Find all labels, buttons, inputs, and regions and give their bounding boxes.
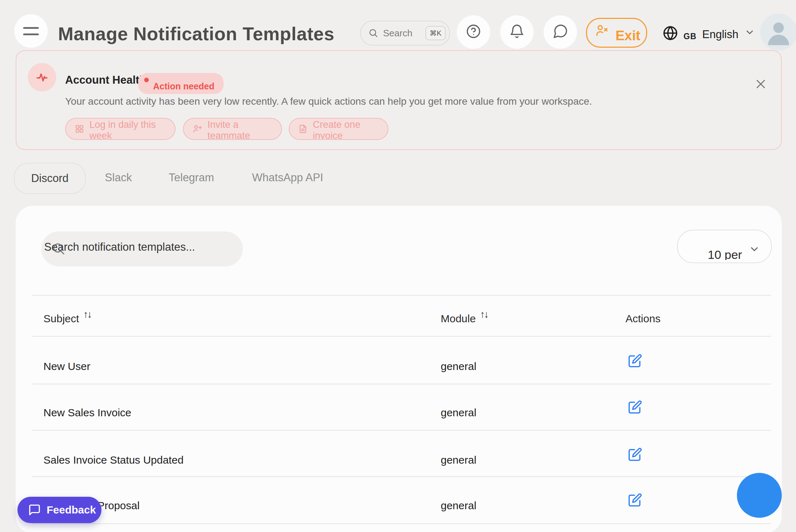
sort-icon[interactable]: ↑↓ xyxy=(480,306,488,323)
keyboard-shortcut-badge: ⌘K xyxy=(425,26,446,40)
divider xyxy=(32,295,771,296)
hamburger-icon xyxy=(23,27,39,29)
tab-discord[interactable]: Discord xyxy=(14,163,86,194)
template-search-placeholder: Search notification templates... xyxy=(44,241,195,254)
row-subject: New User xyxy=(43,358,90,375)
divider xyxy=(32,430,771,431)
divider xyxy=(32,523,771,524)
invite-teammate-button[interactable]: Invite a teammate xyxy=(183,118,282,140)
help-button[interactable] xyxy=(457,15,490,49)
help-icon xyxy=(465,23,482,41)
globe-icon xyxy=(662,25,679,43)
search-icon xyxy=(368,28,379,38)
edit-template-button[interactable] xyxy=(627,399,643,415)
chevron-down-icon xyxy=(748,242,761,257)
tab-telegram[interactable]: Telegram xyxy=(166,163,217,193)
language-region: GB xyxy=(684,32,697,41)
language-switcher[interactable]: GB English xyxy=(662,21,748,46)
create-invoice-button[interactable]: Create one invoice xyxy=(289,118,388,140)
log-in-daily-button[interactable]: Log in daily this week xyxy=(65,118,176,140)
banner-close-button[interactable] xyxy=(753,76,769,92)
edit-template-button[interactable] xyxy=(627,492,643,508)
per-page-select[interactable]: 10 per page xyxy=(677,230,772,263)
feedback-chat-icon xyxy=(28,504,41,516)
close-icon xyxy=(754,77,768,91)
hamburger-menu-button[interactable] xyxy=(14,14,48,48)
chat-bubble-icon xyxy=(552,23,569,41)
edit-icon xyxy=(628,447,642,461)
exit-button[interactable]: Exit xyxy=(586,18,647,48)
bell-icon xyxy=(509,23,525,41)
chat-widget-button[interactable] xyxy=(737,473,782,518)
divider xyxy=(32,476,771,477)
app-root: Manage Notification Templates Search ⌘K … xyxy=(0,0,796,532)
global-search-placeholder: Search xyxy=(383,28,425,39)
invoice-document-icon xyxy=(298,123,308,135)
banner-description: Your account activity has been very low … xyxy=(65,96,592,107)
per-page-value: 10 per page xyxy=(708,247,754,260)
row-module: general xyxy=(441,358,476,375)
grid-icon xyxy=(74,123,84,135)
row-module: general xyxy=(441,452,476,468)
chevron-down-icon xyxy=(743,26,756,38)
tab-whatsapp-api[interactable]: WhatsApp API xyxy=(249,163,326,193)
user-x-icon xyxy=(595,24,609,38)
feedback-button[interactable]: Feedback xyxy=(17,497,101,523)
action-needed-badge: Action needed xyxy=(138,73,224,94)
divider xyxy=(32,336,771,337)
notifications-button[interactable] xyxy=(500,15,534,49)
edit-template-button[interactable] xyxy=(627,447,643,462)
column-header-subject: Subject ↑↓ xyxy=(43,311,91,327)
templates-card: Search notification templates... 10 per … xyxy=(16,206,782,532)
sort-icon[interactable]: ↑↓ xyxy=(83,306,91,323)
row-subject: Sales Invoice Status Updated xyxy=(43,452,184,468)
global-search-input[interactable]: Search ⌘K xyxy=(360,21,450,46)
row-module: general xyxy=(441,405,476,421)
edit-icon xyxy=(628,400,642,414)
edit-template-button[interactable] xyxy=(627,353,643,369)
messages-button[interactable] xyxy=(544,15,577,49)
exit-label: Exit xyxy=(616,28,640,43)
hamburger-icon xyxy=(23,33,39,35)
row-module: general xyxy=(441,497,476,514)
edit-icon xyxy=(628,354,642,368)
activity-pulse-icon xyxy=(28,63,56,92)
search-icon xyxy=(51,241,66,258)
feedback-label: Feedback xyxy=(47,504,96,516)
column-header-module: Module ↑↓ xyxy=(441,311,488,327)
user-avatar[interactable] xyxy=(760,14,796,51)
language-label: English xyxy=(702,28,739,41)
column-header-actions: Actions xyxy=(625,311,660,327)
user-plus-icon xyxy=(192,123,203,135)
banner-title: Account Health xyxy=(65,74,146,87)
person-icon xyxy=(760,14,796,51)
status-dot xyxy=(144,78,149,82)
divider xyxy=(32,384,771,385)
edit-icon xyxy=(628,493,642,507)
tab-slack[interactable]: Slack xyxy=(96,163,141,193)
row-subject: New Sales Invoice xyxy=(43,405,131,421)
template-search-input[interactable]: Search notification templates... xyxy=(41,231,243,266)
page-title: Manage Notification Templates xyxy=(58,19,336,49)
account-health-banner: Account Health Action needed Your accoun… xyxy=(16,50,782,150)
